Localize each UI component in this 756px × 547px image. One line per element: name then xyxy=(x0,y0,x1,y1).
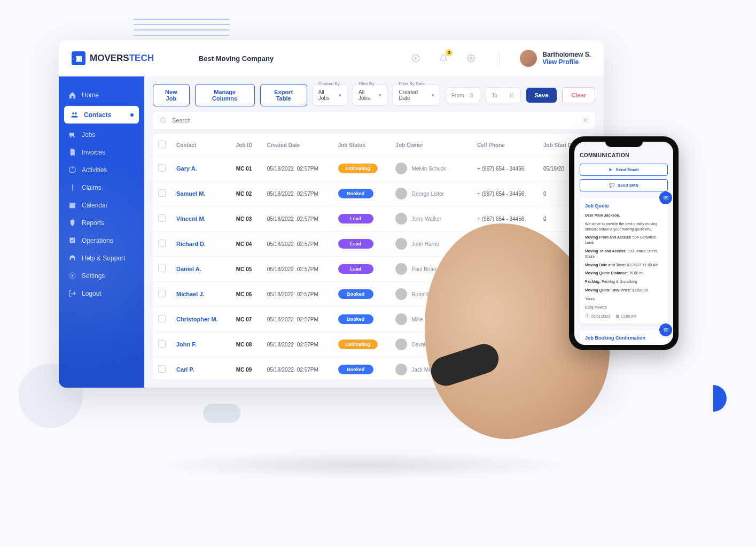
add-button[interactable] xyxy=(408,51,423,66)
select-all-checkbox[interactable] xyxy=(158,141,166,148)
svg-rect-14 xyxy=(70,238,75,243)
manage-columns-button[interactable]: Manage Columns xyxy=(195,84,255,106)
hand-phone-overlay: COMMUNICATION ➤ Send Email 💬 Send SMS ✉ … xyxy=(486,136,679,414)
filter-by-date-select[interactable]: Filter By Date Created Date ▾ xyxy=(393,84,440,106)
quote-to-label: Moving To and Access: xyxy=(585,249,626,253)
shadow xyxy=(160,452,566,479)
col-owner: Job Owner xyxy=(390,134,472,156)
owner-name: Paul Brian xyxy=(411,266,436,272)
clear-button[interactable]: Clear xyxy=(562,87,595,103)
sidebar-item-claims[interactable]: Claims xyxy=(59,179,144,196)
sidebar-item-help[interactable]: Help & Support xyxy=(59,249,144,267)
contact-link[interactable]: Christopher M. xyxy=(176,316,218,322)
sidebar-item-activities[interactable]: Activities xyxy=(59,161,144,179)
view-profile-link[interactable]: View Profile xyxy=(542,58,591,66)
select-label: Filter By Date xyxy=(396,81,426,86)
svg-rect-6 xyxy=(69,133,74,136)
contact-link[interactable]: Richard D. xyxy=(176,241,206,247)
select-label: Filter By xyxy=(356,81,376,86)
sidebar-item-jobs[interactable]: Jobs xyxy=(59,126,144,143)
contact-link[interactable]: Carl P. xyxy=(176,366,194,373)
owner-avatar xyxy=(395,364,407,375)
new-job-button[interactable]: New Job xyxy=(153,84,190,106)
company-name: Best Moving Company xyxy=(199,55,274,63)
meta-time: 11:00 AM xyxy=(621,314,637,318)
owner-avatar xyxy=(395,238,407,250)
send-email-button[interactable]: ➤ Send Email xyxy=(580,164,668,176)
quote-signoff2: Easy Movers xyxy=(585,305,663,310)
sidebar-item-label: Contacts xyxy=(84,111,111,119)
created-date: 05/18/202202:57PM xyxy=(262,282,333,307)
settings-icon[interactable] xyxy=(464,51,479,66)
job-id: MC 06 xyxy=(236,291,252,297)
sidebar-item-reports[interactable]: Reports xyxy=(59,214,144,232)
send-email-label: Send Email xyxy=(615,167,638,172)
quote-greeting: Dear Mark Jackson, xyxy=(585,213,620,217)
contact-link[interactable]: Vincent M. xyxy=(176,215,206,222)
owner-cell: George Lister xyxy=(395,188,466,199)
quote-from-label: Moving From and Access: xyxy=(585,235,632,239)
row-checkbox[interactable] xyxy=(158,164,166,172)
svg-point-11 xyxy=(72,190,73,191)
quote-meta: 🕐 01/31/2022 🗓 11:00 AM xyxy=(585,314,663,318)
contact-link[interactable]: Samuel M. xyxy=(176,190,205,197)
sidebar-item-contacts[interactable]: Contacts xyxy=(64,106,139,124)
job-id: MC 07 xyxy=(236,317,252,322)
quote-signoff1: Yours, xyxy=(585,296,663,302)
export-table-button[interactable]: Export Table xyxy=(260,84,307,106)
sidebar-item-settings[interactable]: Settings xyxy=(59,267,144,284)
status-pill: Booked xyxy=(338,289,373,299)
row-checkbox[interactable] xyxy=(158,240,166,247)
quote-pack-label: Packing: xyxy=(585,280,601,283)
contact-link[interactable]: Michael J. xyxy=(176,291,205,297)
sidebar-item-operations[interactable]: Operations xyxy=(59,232,144,249)
row-checkbox[interactable] xyxy=(158,189,166,197)
created-by-select[interactable]: Created By All Jobs ▾ xyxy=(313,84,347,106)
sidebar-item-calendar[interactable]: Calendar xyxy=(59,196,144,214)
row-checkbox[interactable] xyxy=(158,214,166,222)
row-checkbox[interactable] xyxy=(158,340,166,348)
mail-badge-icon: ✉ xyxy=(659,191,672,204)
row-checkbox[interactable] xyxy=(158,365,166,373)
status-pill: Booked xyxy=(338,189,373,198)
filter-by-select[interactable]: Filter By All Jobs ▾ xyxy=(353,84,387,106)
contact-link[interactable]: Gary A. xyxy=(176,165,197,172)
sidebar-item-label: Help & Support xyxy=(82,255,125,262)
row-checkbox[interactable] xyxy=(158,290,166,297)
contact-link[interactable]: Daniel A. xyxy=(176,266,201,272)
col-created: Created Date xyxy=(262,134,333,156)
date-from-input[interactable]: From 🗓 xyxy=(446,87,480,103)
svg-point-8 xyxy=(73,136,75,138)
contact-link[interactable]: John F. xyxy=(176,341,197,348)
quote-title: Job Quote xyxy=(585,203,663,209)
row-checkbox[interactable] xyxy=(158,315,166,322)
clear-search-icon[interactable]: ✕ xyxy=(582,116,589,125)
svg-rect-12 xyxy=(69,203,75,208)
user-block[interactable]: Bartholomew S. View Profile xyxy=(520,50,591,67)
save-button[interactable]: Save xyxy=(526,88,557,103)
sidebar-item-logout[interactable]: Logout xyxy=(59,284,144,302)
row-checkbox[interactable] xyxy=(158,265,166,272)
notifications-button[interactable]: 3 xyxy=(436,51,451,66)
sidebar-item-label: Calendar xyxy=(82,202,108,209)
owner-name: Melvin Schuck xyxy=(411,166,446,172)
created-date: 05/18/202202:57PM xyxy=(262,307,333,332)
logo-mark-icon: ▣ xyxy=(72,51,85,65)
sidebar-item-home[interactable]: Home xyxy=(59,86,144,104)
quote-dt-value: 01/26/22 11:00 AM xyxy=(627,263,658,267)
send-sms-button[interactable]: 💬 Send SMS xyxy=(580,179,668,191)
chevron-down-icon: ▾ xyxy=(379,93,381,98)
bg-halfcircle xyxy=(700,385,727,412)
date-to-input[interactable]: To 🗓 xyxy=(486,87,520,103)
sidebar-item-label: Logout xyxy=(82,290,102,297)
created-date: 05/18/202202:57PM xyxy=(262,257,333,282)
chevron-down-icon: ▾ xyxy=(339,93,341,98)
status-pill: Estimating xyxy=(338,164,378,173)
sidebar-item-invoices[interactable]: Invoices xyxy=(59,143,144,161)
owner-name: Jerry Walker xyxy=(411,216,441,222)
search-icon xyxy=(159,117,167,124)
quote-total-label: Moving Quote Total Price: xyxy=(585,288,631,292)
job-confirmation-card: ✉ Job Booking Confirmation Dear Mark Jac… xyxy=(580,330,668,345)
sidebar-item-label: Invoices xyxy=(82,149,105,156)
search-input[interactable] xyxy=(172,117,577,124)
